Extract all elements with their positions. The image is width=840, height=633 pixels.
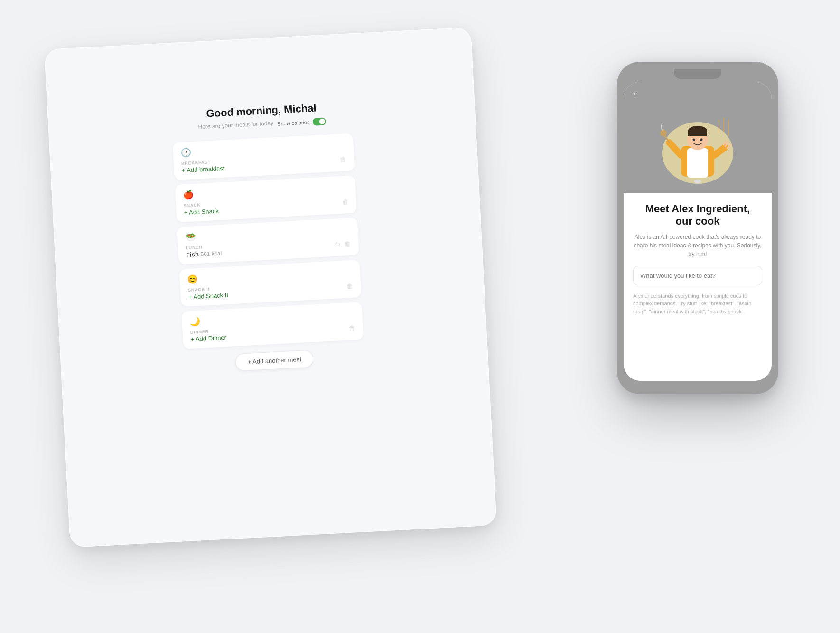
dinner-action[interactable]: + Add Dinner (190, 334, 226, 343)
phone-notch (674, 69, 721, 79)
show-calories-label: Show calories (277, 119, 310, 127)
snack-action[interactable]: + Add Snack (184, 208, 219, 217)
lunch-left: LUNCH Fish 561 kcal (186, 244, 222, 258)
show-calories-row: Show calories (277, 117, 326, 127)
phone-notch-bar (624, 68, 772, 80)
back-arrow-icon[interactable]: ‹ (633, 88, 636, 98)
snack-trash-icon[interactable]: 🗑 (342, 198, 349, 206)
meal-card-breakfast: 🕐 BREAKFAST + Add breakfast 🗑 (173, 133, 355, 180)
add-another-meal-button[interactable]: + Add another meal (235, 350, 314, 371)
breakfast-trash-icon[interactable]: 🗑 (340, 155, 347, 163)
phone-screen: ‹ (624, 82, 772, 381)
phone-subtitle: Alex is an A.I-powered cook that's alway… (633, 233, 762, 258)
scene: Good morning, Michał Here are your meals… (0, 0, 840, 633)
lunch-trash-icon[interactable]: 🗑 (344, 240, 351, 248)
svg-point-11 (660, 130, 667, 136)
dinner-trash-icon[interactable]: 🗑 (348, 324, 355, 332)
snack2-left: SNACK II + Add Snack II (188, 286, 229, 301)
tablet-card: Good morning, Michał Here are your meals… (44, 27, 497, 548)
lunch-icons: ↻ 🗑 (335, 240, 351, 248)
svg-rect-6 (688, 131, 707, 136)
phone-hint: Alex understands everything, from simple… (633, 292, 762, 316)
svg-point-19 (694, 180, 701, 183)
breakfast-left: BREAKFAST + Add breakfast (181, 159, 225, 174)
phone-content: Meet Alex Ingredient,our cook Alex is an… (624, 193, 772, 381)
greeting-subtitle: Here are your meals for today (198, 120, 273, 130)
lunch-calories: 561 kcal (200, 250, 222, 257)
calories-toggle[interactable] (312, 117, 326, 125)
snack-left: SNACK + Add Snack (184, 202, 219, 217)
breakfast-action[interactable]: + Add breakfast (181, 165, 224, 174)
phone-title: Meet Alex Ingredient,our cook (633, 203, 762, 228)
phone-card: ‹ (617, 62, 778, 394)
lunch-food: Fish 561 kcal (186, 249, 222, 258)
tablet-inner: Good morning, Michał Here are your meals… (171, 100, 365, 374)
snack2-trash-icon[interactable]: 🗑 (346, 282, 354, 290)
greeting-section: Good morning, Michał Here are your meals… (171, 100, 352, 133)
phone-top-bar: ‹ (624, 82, 772, 98)
meal-card-dinner: 🌙 DINNER + Add Dinner 🗑 (181, 302, 364, 349)
lunch-food-name: Fish (186, 251, 199, 258)
cook-svg (650, 101, 745, 191)
meal-card-snack: 🍎 SNACK + Add Snack 🗑 (175, 175, 357, 222)
phone-illustration (624, 98, 772, 193)
food-search-input[interactable] (633, 266, 762, 285)
svg-point-8 (700, 139, 703, 141)
meal-card-lunch: 🥗 LUNCH Fish 561 kcal ↻ 🗑 (177, 217, 359, 265)
dinner-left: DINNER + Add Dinner (190, 328, 226, 343)
meal-card-snack2: 😊 SNACK II + Add Snack II 🗑 (179, 260, 362, 307)
lunch-refresh-icon[interactable]: ↻ (335, 240, 341, 248)
snack2-action[interactable]: + Add Snack II (188, 292, 228, 301)
svg-rect-3 (687, 148, 708, 178)
svg-point-7 (693, 139, 695, 141)
